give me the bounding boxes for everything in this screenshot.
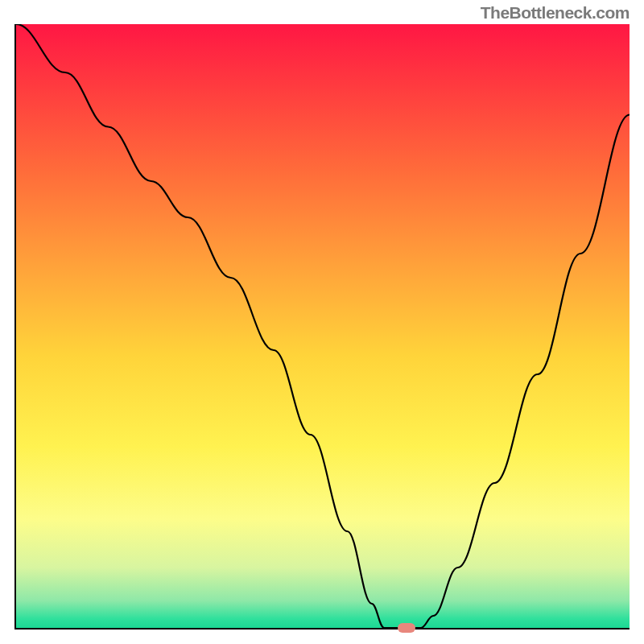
bottleneck-curve [16, 24, 630, 628]
plot-area [14, 24, 630, 630]
watermark-text: TheBottleneck.com [481, 3, 630, 23]
optimal-marker [398, 623, 415, 633]
